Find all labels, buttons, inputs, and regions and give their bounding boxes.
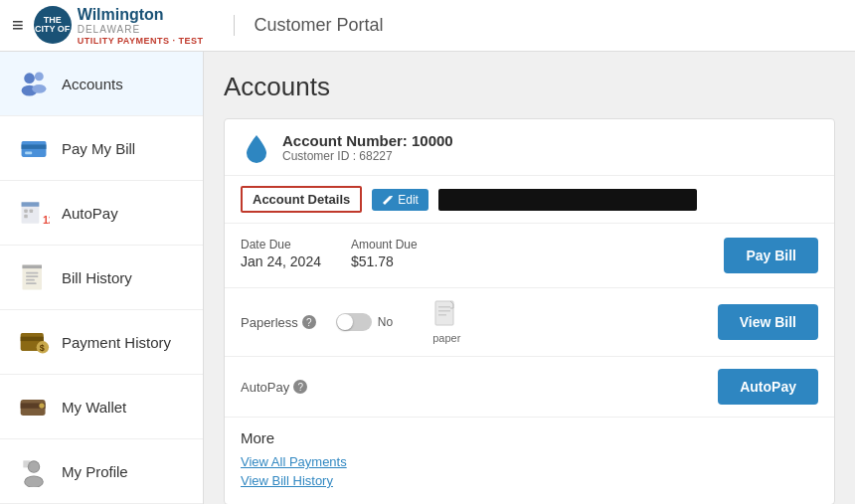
amount-due-value: $51.78 [351, 253, 418, 269]
paperless-toggle[interactable] [336, 313, 372, 331]
sidebar: Accounts Pay My Bill [0, 52, 204, 504]
more-title: More [241, 429, 818, 446]
paperless-section: Paperless ? No [225, 288, 834, 357]
account-info: Account Number: 10000 Customer ID : 6822… [282, 132, 453, 163]
amount-due-label: Amount Due [351, 238, 418, 252]
sidebar-pay-my-bill-label: Pay My Bill [62, 140, 135, 157]
autopay-help-icon[interactable]: ? [293, 380, 307, 394]
sidebar-my-profile-label: My Profile [62, 463, 128, 480]
svg-rect-16 [26, 275, 38, 277]
svg-rect-8 [22, 202, 40, 206]
svg-rect-36 [438, 310, 450, 312]
sidebar-accounts-label: Accounts [62, 76, 123, 92]
svg-point-3 [32, 84, 46, 93]
toggle-knob [337, 314, 353, 330]
svg-rect-34 [435, 301, 453, 325]
svg-rect-20 [21, 337, 44, 341]
top-header: ≡ THE CITY OF Wilmington DELAWARE UTILIT… [0, 0, 855, 52]
bill-history-icon [16, 259, 52, 295]
sidebar-item-autopay[interactable]: 12 AutoPay [0, 181, 203, 246]
svg-point-1 [35, 72, 44, 81]
autopay-button[interactable]: AutoPay [718, 369, 818, 405]
logo-city-name: Wilmington [78, 5, 204, 24]
svg-rect-11 [30, 209, 34, 213]
sidebar-payment-history-label: Payment History [62, 334, 171, 351]
view-bill-history-link[interactable]: View Bill History [241, 473, 818, 488]
svg-rect-9 [24, 209, 28, 213]
svg-point-29 [25, 476, 43, 487]
svg-rect-6 [25, 152, 32, 155]
sidebar-item-accounts[interactable]: Accounts [0, 52, 203, 116]
hamburger-menu-icon[interactable]: ≡ [12, 14, 24, 37]
svg-rect-30 [23, 460, 30, 467]
my-wallet-icon [16, 389, 52, 424]
bill-dates: Date Due Jan 24, 2024 Amount Due $51.78 [241, 238, 418, 269]
paperless-help-icon[interactable]: ? [302, 315, 316, 329]
account-number: Account Number: 10000 [282, 132, 453, 149]
paperless-label-area: Paperless ? [241, 315, 316, 330]
svg-rect-35 [438, 306, 450, 308]
account-details-label: Account Details [241, 186, 362, 213]
autopay-section: AutoPay ? AutoPay [225, 357, 834, 418]
logo-area: THE CITY OF Wilmington DELAWARE UTILITY … [34, 5, 204, 47]
sidebar-item-payment-history[interactable]: $ Payment History [0, 310, 203, 375]
page-title: Accounts [224, 72, 835, 102]
sidebar-bill-history-label: Bill History [62, 269, 132, 286]
account-card: Account Number: 10000 Customer ID : 6822… [224, 118, 835, 504]
bill-info-section: Date Due Jan 24, 2024 Amount Due $51.78 … [225, 224, 834, 288]
amount-due-field: Amount Due $51.78 [351, 238, 418, 269]
svg-rect-10 [24, 215, 28, 219]
logo-utility: UTILITY PAYMENTS · TEST [78, 36, 204, 47]
edit-button[interactable]: Edit [372, 189, 428, 211]
my-profile-icon [16, 453, 52, 489]
sidebar-my-wallet-label: My Wallet [62, 399, 126, 416]
accounts-icon [16, 66, 52, 101]
paper-icon-area: paper [432, 300, 460, 344]
sidebar-item-bill-history[interactable]: Bill History [0, 246, 203, 310]
svg-text:12: 12 [43, 214, 50, 226]
edit-label: Edit [398, 193, 419, 207]
edit-pencil-icon [382, 194, 394, 206]
date-due-field: Date Due Jan 24, 2024 [241, 238, 321, 269]
portal-title: Customer Portal [234, 15, 384, 36]
svg-rect-17 [26, 279, 35, 281]
view-all-payments-link[interactable]: View All Payments [241, 454, 818, 469]
svg-rect-5 [22, 144, 47, 148]
sidebar-item-my-profile[interactable]: My Profile [0, 439, 203, 504]
paperless-left: Paperless ? No [241, 300, 460, 344]
logo-city-line: THE CITY OF [34, 16, 72, 36]
svg-rect-18 [26, 282, 37, 284]
water-drop-icon [241, 131, 272, 163]
autopay-icon: 12 [16, 195, 52, 231]
main-layout: Accounts Pay My Bill [0, 52, 855, 504]
payment-history-icon: $ [16, 324, 52, 360]
paperless-label: Paperless [241, 315, 298, 330]
autopay-left: AutoPay ? [241, 380, 307, 395]
svg-point-0 [24, 73, 35, 84]
sidebar-autopay-label: AutoPay [62, 205, 118, 222]
sidebar-item-pay-my-bill[interactable]: Pay My Bill [0, 116, 203, 181]
content-area: Accounts Account Number: 10000 Customer … [204, 52, 855, 504]
redacted-info-bar [438, 189, 697, 211]
sidebar-item-my-wallet[interactable]: My Wallet [0, 375, 203, 439]
logo-state: DELAWARE [78, 24, 204, 36]
account-details-row: Account Details Edit [225, 176, 834, 224]
logo-circle: THE CITY OF [34, 6, 72, 44]
date-due-value: Jan 24, 2024 [241, 253, 321, 269]
svg-point-25 [39, 403, 44, 408]
toggle-no-label: No [378, 315, 393, 329]
svg-rect-37 [438, 314, 446, 316]
more-section: More View All Payments View Bill History [225, 418, 834, 504]
pay-bill-button[interactable]: Pay Bill [724, 238, 818, 273]
svg-rect-14 [22, 265, 42, 269]
date-due-label: Date Due [241, 238, 321, 252]
svg-rect-15 [26, 272, 38, 274]
autopay-label: AutoPay [241, 380, 289, 395]
account-header: Account Number: 10000 Customer ID : 6822… [225, 119, 834, 176]
toggle-area: No [336, 313, 393, 331]
pay-my-bill-icon [16, 130, 52, 166]
paper-document-icon [432, 300, 460, 332]
svg-text:$: $ [40, 343, 45, 353]
view-bill-button[interactable]: View Bill [718, 304, 818, 340]
logo-text: Wilmington DELAWARE UTILITY PAYMENTS · T… [78, 5, 204, 47]
